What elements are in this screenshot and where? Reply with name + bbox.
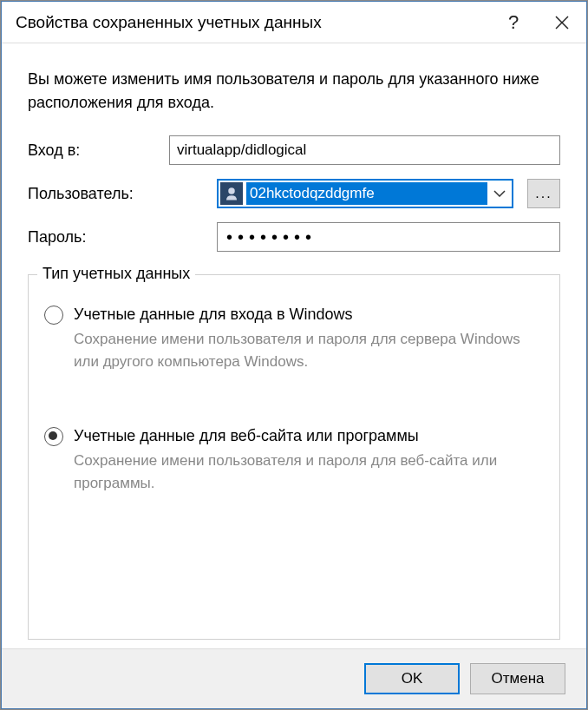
cancel-button[interactable]: Отмена [470,663,565,694]
close-button[interactable] [538,2,586,43]
password-input[interactable] [217,222,560,252]
svg-point-2 [228,187,235,194]
browse-button[interactable]: ... [527,179,560,208]
user-value: 02hkctodqzddgmfe [246,182,487,205]
user-combobox[interactable]: 02hkctodqzddgmfe [217,179,513,208]
help-button[interactable]: ? [489,2,538,43]
close-icon [555,16,569,30]
chevron-down-icon[interactable] [487,190,512,197]
radio-option-website[interactable]: Учетные данные для веб-сайта или програм… [44,424,544,494]
intro-text: Вы можете изменить имя пользователя и па… [28,68,560,115]
radio-windows-desc: Сохранение имени пользователя и пароля д… [74,328,544,372]
credential-type-group: Тип учетных данных Учетные данные для вх… [28,274,560,640]
login-to-label: Вход в: [28,141,162,160]
user-label: Пользователь: [28,185,210,203]
radio-icon[interactable] [44,427,63,446]
login-to-input[interactable] [169,135,560,165]
user-avatar-icon [220,182,243,205]
ok-button[interactable]: OK [364,663,460,694]
footer: OK Отмена [2,648,586,708]
window-title: Свойства сохраненных учетных данных [16,13,489,32]
password-row: Пароль: [28,222,560,252]
radio-icon[interactable] [44,306,63,325]
titlebar: Свойства сохраненных учетных данных ? [2,2,586,43]
password-label: Пароль: [28,228,210,247]
radio-option-windows[interactable]: Учетные данные для входа в Windows Сохра… [44,303,544,372]
group-legend: Тип учетных данных [37,265,195,283]
login-to-row: Вход в: [28,135,560,165]
content-area: Вы можете изменить имя пользователя и па… [2,43,586,648]
radio-website-desc: Сохранение имени пользователя и пароля д… [74,450,544,494]
user-row: Пользователь: 02hkctodqzddgmfe ... [28,179,560,208]
dialog-window: Свойства сохраненных учетных данных ? Вы… [1,1,587,709]
radio-website-title: Учетные данные для веб-сайта или програм… [74,424,544,448]
radio-windows-title: Учетные данные для входа в Windows [74,303,544,326]
